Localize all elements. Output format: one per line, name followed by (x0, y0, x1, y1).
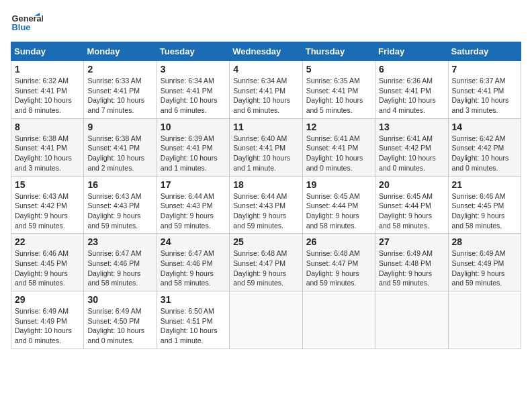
daylight-label: Daylight: 9 hours and 58 minutes. (87, 269, 140, 287)
day-info: Sunrise: 6:50 AM Sunset: 4:51 PM Dayligh… (161, 306, 226, 346)
sunrise-value: 6:48 AM (261, 249, 287, 257)
sunrise-label: Sunrise: (379, 134, 406, 142)
calendar-cell: 27 Sunrise: 6:49 AM Sunset: 4:48 PM Dayl… (375, 234, 448, 291)
daylight-label: Daylight: 10 hours and 6 minutes. (161, 96, 218, 114)
sunset-label: Sunset: (87, 317, 114, 325)
sunset-label: Sunset: (379, 87, 405, 95)
sunset-value: 4:41 PM (186, 144, 212, 152)
calendar-cell: 23 Sunrise: 6:47 AM Sunset: 4:46 PM Dayl… (84, 234, 157, 291)
calendar-cell: 20 Sunrise: 6:45 AM Sunset: 4:44 PM Dayl… (375, 176, 448, 234)
calendar-row: 29 Sunrise: 6:49 AM Sunset: 4:49 PM Dayl… (11, 291, 521, 349)
sunset-label: Sunset: (452, 201, 478, 210)
calendar-cell: 26 Sunrise: 6:48 AM Sunset: 4:47 PM Dayl… (302, 234, 375, 291)
sunrise-label: Sunrise: (233, 249, 261, 257)
sunset-value: 4:41 PM (186, 87, 212, 95)
sunset-label: Sunset: (87, 259, 114, 267)
sunrise-label: Sunrise: (379, 249, 406, 257)
sunrise-value: 6:38 AM (42, 134, 69, 142)
sunset-label: Sunset: (161, 259, 187, 267)
daylight-label: Daylight: 9 hours and 59 minutes. (306, 269, 359, 287)
sunrise-label: Sunrise: (161, 307, 188, 315)
sunrise-value: 6:47 AM (116, 249, 142, 257)
day-number: 26 (306, 236, 371, 247)
sunset-value: 4:46 PM (186, 259, 212, 267)
weekday-header-row: SundayMondayTuesdayWednesdayThursdayFrid… (11, 42, 521, 61)
daylight-label: Daylight: 9 hours and 59 minutes. (15, 212, 68, 230)
daylight-label: Daylight: 10 hours and 8 minutes. (15, 96, 72, 114)
sunrise-value: 6:49 AM (407, 249, 433, 257)
calendar-cell: 4 Sunrise: 6:34 AM Sunset: 4:41 PM Dayli… (230, 61, 302, 119)
sunset-label: Sunset: (161, 201, 187, 210)
day-info: Sunrise: 6:36 AM Sunset: 4:41 PM Dayligh… (379, 76, 444, 116)
daylight-label: Daylight: 9 hours and 58 minutes. (452, 212, 505, 230)
sunset-label: Sunset: (87, 87, 114, 95)
day-number: 7 (452, 64, 517, 75)
sunset-label: Sunset: (452, 259, 478, 267)
svg-text:Blue: Blue (12, 22, 31, 32)
sunset-label: Sunset: (306, 144, 332, 152)
day-info: Sunrise: 6:48 AM Sunset: 4:47 PM Dayligh… (233, 248, 298, 288)
day-info: Sunrise: 6:41 AM Sunset: 4:42 PM Dayligh… (379, 134, 444, 173)
weekday-header: Tuesday (157, 42, 229, 61)
day-number: 21 (452, 179, 517, 190)
day-number: 28 (452, 236, 517, 247)
calendar-row: 8 Sunrise: 6:38 AM Sunset: 4:41 PM Dayli… (11, 118, 521, 176)
calendar-cell: 17 Sunrise: 6:44 AM Sunset: 4:43 PM Dayl… (157, 176, 229, 234)
sunrise-label: Sunrise: (306, 192, 334, 200)
sunset-value: 4:41 PM (332, 144, 358, 152)
sunrise-label: Sunrise: (15, 77, 42, 85)
sunrise-label: Sunrise: (15, 307, 42, 315)
sunset-value: 4:47 PM (259, 259, 285, 267)
sunrise-value: 6:49 AM (116, 307, 142, 315)
calendar-cell: 29 Sunrise: 6:49 AM Sunset: 4:49 PM Dayl… (11, 291, 84, 349)
sunrise-label: Sunrise: (161, 77, 188, 85)
sunset-label: Sunset: (233, 144, 259, 152)
sunrise-label: Sunrise: (379, 192, 406, 200)
weekday-header: Wednesday (230, 42, 302, 61)
sunrise-label: Sunrise: (452, 192, 480, 200)
calendar-cell: 6 Sunrise: 6:36 AM Sunset: 4:41 PM Dayli… (375, 61, 448, 119)
day-number: 16 (87, 179, 152, 190)
daylight-label: Daylight: 10 hours and 0 minutes. (306, 154, 363, 172)
weekday-header: Sunday (11, 42, 84, 61)
sunrise-label: Sunrise: (87, 134, 115, 142)
sunset-value: 4:42 PM (405, 144, 431, 152)
day-info: Sunrise: 6:45 AM Sunset: 4:44 PM Dayligh… (379, 191, 444, 231)
sunrise-value: 6:32 AM (42, 77, 69, 85)
sunset-value: 4:43 PM (186, 201, 212, 210)
day-number: 6 (379, 64, 444, 75)
sunrise-label: Sunrise: (233, 77, 261, 85)
sunrise-value: 6:45 AM (334, 192, 360, 200)
daylight-label: Daylight: 10 hours and 6 minutes. (233, 96, 290, 114)
daylight-label: Daylight: 10 hours and 0 minutes. (15, 326, 72, 345)
sunset-label: Sunset: (87, 201, 114, 210)
calendar-cell: 25 Sunrise: 6:48 AM Sunset: 4:47 PM Dayl… (230, 234, 302, 291)
sunrise-label: Sunrise: (306, 134, 334, 142)
sunset-value: 4:49 PM (41, 317, 67, 325)
sunset-label: Sunset: (233, 87, 259, 95)
day-info: Sunrise: 6:47 AM Sunset: 4:46 PM Dayligh… (87, 248, 152, 288)
sunrise-value: 6:38 AM (116, 134, 142, 142)
sunrise-value: 6:50 AM (188, 307, 214, 315)
sunset-value: 4:41 PM (41, 144, 67, 152)
sunrise-value: 6:39 AM (188, 134, 214, 142)
day-info: Sunrise: 6:37 AM Sunset: 4:41 PM Dayligh… (452, 76, 517, 116)
sunrise-label: Sunrise: (87, 307, 115, 315)
day-number: 27 (379, 236, 444, 247)
day-number: 29 (15, 294, 80, 305)
sunset-label: Sunset: (379, 259, 405, 267)
sunrise-value: 6:35 AM (334, 77, 360, 85)
daylight-label: Daylight: 10 hours and 0 minutes. (452, 154, 509, 172)
day-info: Sunrise: 6:32 AM Sunset: 4:41 PM Dayligh… (15, 76, 80, 116)
calendar-cell: 18 Sunrise: 6:44 AM Sunset: 4:43 PM Dayl… (230, 176, 302, 234)
sunrise-value: 6:37 AM (480, 77, 506, 85)
weekday-header: Saturday (448, 42, 521, 61)
daylight-label: Daylight: 9 hours and 58 minutes. (306, 212, 359, 230)
day-number: 30 (87, 294, 152, 305)
calendar-cell: 12 Sunrise: 6:41 AM Sunset: 4:41 PM Dayl… (302, 118, 375, 176)
day-info: Sunrise: 6:46 AM Sunset: 4:45 PM Dayligh… (452, 191, 517, 231)
sunrise-label: Sunrise: (15, 134, 42, 142)
sunrise-label: Sunrise: (306, 249, 334, 257)
logo-svg: General Blue (11, 11, 43, 36)
day-number: 12 (306, 122, 371, 132)
